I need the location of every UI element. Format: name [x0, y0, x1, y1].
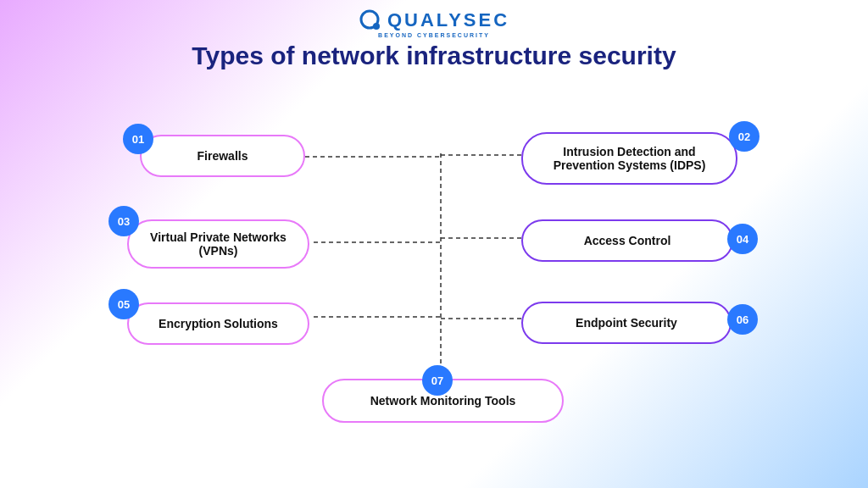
page-title: Types of network infrastructure security [34, 42, 834, 70]
item-firewalls: Firewalls [140, 135, 305, 177]
logo-subtitle: BEYOND CYBERSECURITY [378, 32, 490, 38]
logo-icon [359, 8, 386, 32]
svg-point-1 [373, 23, 380, 30]
item-endpoint-security: Endpoint Security [521, 302, 732, 344]
badge-02: 02 [729, 121, 760, 152]
logo-text: QUALYSEC [387, 9, 509, 31]
item-encryption: Encryption Solutions [127, 302, 309, 345]
item-access-control: Access Control [521, 219, 733, 262]
badge-04: 04 [727, 224, 758, 254]
badge-03: 03 [108, 206, 139, 236]
diagram: 01 Firewalls 03 Virtual Private Networks… [34, 86, 834, 416]
badge-01: 01 [123, 124, 153, 154]
item-idps: Intrusion Detection and Prevention Syste… [521, 132, 737, 185]
item-vpn: Virtual Private Networks (VPNs) [127, 219, 309, 269]
logo: QUALYSEC [359, 8, 509, 32]
badge-07: 07 [422, 365, 453, 396]
main-container: QUALYSEC BEYOND CYBERSECURITY Types of n… [0, 0, 868, 488]
logo-area: QUALYSEC BEYOND CYBERSECURITY [34, 8, 834, 38]
badge-05: 05 [108, 289, 139, 319]
badge-06: 06 [727, 304, 758, 335]
